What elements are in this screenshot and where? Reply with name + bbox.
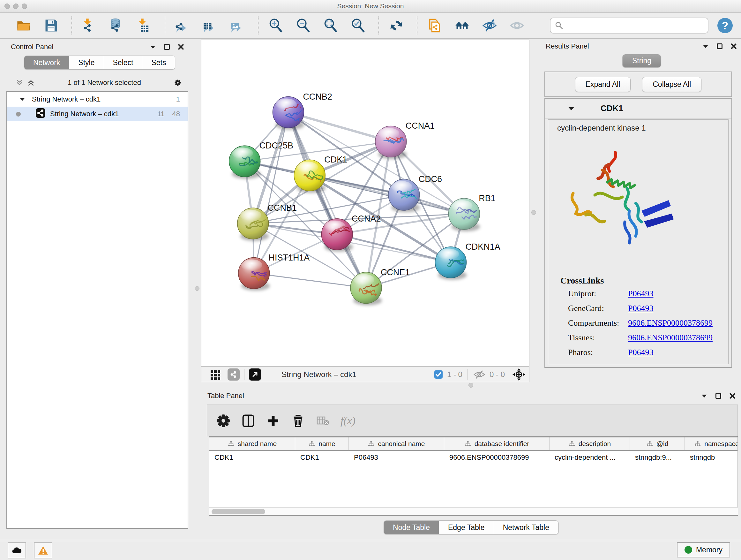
hidden-eye-slash-icon[interactable]	[473, 370, 486, 379]
column-header-namespace[interactable]: namespace	[685, 437, 738, 450]
selected-count: 1 - 0	[447, 370, 462, 379]
search-box[interactable]	[550, 17, 709, 34]
crosslink-value-link[interactable]: P06493	[628, 289, 653, 299]
export-table-button[interactable]	[201, 17, 219, 35]
table-row[interactable]: CDK1CDK1P064939606.ENSP00000378699cyclin…	[209, 451, 738, 465]
column-header-label: database identifier	[475, 440, 529, 448]
memory-button[interactable]: Memory	[677, 542, 730, 557]
tab-network[interactable]: Network	[24, 56, 69, 69]
tab-node-table[interactable]: Node Table	[384, 521, 439, 534]
import-network-from-database-button[interactable]	[108, 17, 126, 35]
node-CDC6[interactable]	[388, 179, 420, 212]
float-panel-icon[interactable]	[163, 44, 171, 51]
node-CCNB2[interactable]	[273, 97, 305, 130]
close-results-icon[interactable]	[730, 43, 737, 50]
edge-CCNB2-HIST1H1A[interactable]	[254, 112, 288, 273]
network-collection-row[interactable]: String Network – cdk1 1	[7, 92, 188, 107]
zoom-selected-button[interactable]	[349, 17, 367, 35]
node-CCNE1[interactable]	[350, 272, 382, 306]
float-table-icon[interactable]	[715, 392, 722, 399]
tab-network-table[interactable]: Network Table	[494, 521, 558, 534]
warnings-button[interactable]	[34, 543, 52, 558]
table-horizontal-scrollbar[interactable]	[209, 507, 738, 516]
right-splitter-handle[interactable]	[531, 210, 536, 215]
table-options-gear-icon[interactable]	[216, 414, 231, 428]
collapse-results-icon[interactable]	[702, 43, 709, 50]
column-header-name[interactable]: name	[295, 437, 349, 450]
network-overview-icon[interactable]	[227, 368, 240, 381]
column-header-canonical-name[interactable]: canonical name	[349, 437, 444, 450]
node-CCNA2[interactable]	[321, 219, 354, 252]
column-type-icon	[367, 441, 375, 447]
bottom-splitter-handle[interactable]	[468, 383, 473, 388]
add-column-icon[interactable]	[266, 414, 280, 428]
column-header-@id[interactable]: @id	[630, 437, 685, 450]
edge-CCNB2-CCNA1[interactable]	[288, 112, 391, 142]
gene-header-row[interactable]: CDK1	[545, 99, 731, 118]
node-HIST1H1A[interactable]	[239, 258, 270, 291]
table-panel: Table Panel f(x) shared namenamecanonica…	[201, 388, 741, 539]
import-table-from-file-button[interactable]	[135, 17, 153, 35]
selection-mode-crosshair-icon[interactable]	[512, 368, 526, 381]
expand-all-button[interactable]: Expand All	[575, 77, 631, 92]
crosslink-value-link[interactable]: 9606.ENSP00000378699	[628, 318, 713, 328]
column-header-database-identifier[interactable]: database identifier	[444, 437, 549, 450]
crosslink-row: Uniprot:P06493	[568, 289, 722, 302]
export-network-button[interactable]	[174, 17, 192, 35]
tab-select[interactable]: Select	[104, 56, 142, 69]
crosslink-value-link[interactable]: P06493	[628, 348, 653, 357]
zoom-in-button[interactable]	[267, 17, 285, 35]
expand-all-icon[interactable]	[27, 79, 35, 86]
network-graph[interactable]: CCNB2CCNA1CDC25BCDK1CDC6RB1CCNB1CCNA2CDK…	[201, 40, 529, 366]
float-results-icon[interactable]	[716, 43, 723, 50]
delete-column-icon[interactable]	[291, 414, 306, 428]
left-splitter-handle[interactable]	[195, 286, 199, 291]
column-type-icon	[694, 441, 701, 447]
close-table-icon[interactable]	[729, 392, 736, 399]
zoom-fit-button[interactable]	[322, 17, 340, 35]
save-session-button[interactable]	[42, 17, 60, 35]
node-label-CCNE1: CCNE1	[381, 267, 410, 277]
export-image-button[interactable]	[228, 17, 246, 35]
help-button[interactable]: ?	[718, 18, 733, 33]
selected-checkbox-icon[interactable]	[434, 370, 443, 379]
show-columns-icon[interactable]	[241, 414, 256, 428]
refresh-view-button[interactable]	[387, 17, 405, 35]
show-all-button[interactable]	[508, 17, 526, 35]
cloud-tasks-button[interactable]	[8, 543, 26, 558]
node-attribute-table[interactable]: shared namenamecanonical namedatabase id…	[209, 436, 738, 507]
crosslink-value-link[interactable]: 9606.ENSP00000378699	[628, 333, 713, 343]
collapse-panel-icon[interactable]	[149, 44, 156, 51]
tab-style[interactable]: Style	[69, 56, 104, 69]
import-network-from-file-button[interactable]	[80, 17, 98, 35]
open-session-button[interactable]	[15, 17, 32, 35]
string-query-button[interactable]	[453, 17, 471, 35]
tab-string[interactable]: String	[623, 54, 661, 67]
column-header-description[interactable]: description	[549, 437, 630, 450]
collapse-table-icon[interactable]	[701, 392, 708, 399]
open-in-browser-icon[interactable]	[249, 368, 261, 381]
network-options-gear-icon[interactable]	[174, 79, 181, 86]
zoom-out-button[interactable]	[294, 17, 312, 35]
edge-HIST1H1A-CCNE1[interactable]	[254, 273, 366, 288]
hide-unselected-button[interactable]	[481, 17, 498, 35]
crosslink-value-link[interactable]: P06493	[628, 304, 653, 313]
clone-network-button[interactable]	[426, 17, 444, 35]
node-RB1[interactable]	[448, 198, 480, 232]
close-panel-icon[interactable]	[178, 44, 185, 51]
grid-view-icon[interactable]	[210, 369, 221, 380]
scrollbar-thumb[interactable]	[212, 509, 265, 514]
collapse-all-button[interactable]: Collapse All	[642, 77, 701, 92]
node-CDK1[interactable]	[294, 160, 326, 193]
search-input[interactable]	[563, 21, 697, 30]
network-canvas[interactable]: CCNB2CCNA1CDC25BCDK1CDC6RB1CCNB1CCNA2CDK…	[201, 40, 529, 367]
tab-sets[interactable]: Sets	[142, 56, 175, 69]
node-CDKN1A[interactable]	[435, 247, 467, 280]
collapse-all-icon[interactable]	[16, 79, 23, 86]
network-row[interactable]: String Network – cdk1 11 48	[7, 107, 188, 121]
node-CDC25B[interactable]	[229, 145, 261, 179]
column-header-shared-name[interactable]: shared name	[209, 437, 295, 450]
tab-edge-table[interactable]: Edge Table	[439, 521, 494, 534]
node-CCNA1[interactable]	[375, 126, 407, 159]
function-builder-icon: f(x)	[340, 414, 355, 428]
